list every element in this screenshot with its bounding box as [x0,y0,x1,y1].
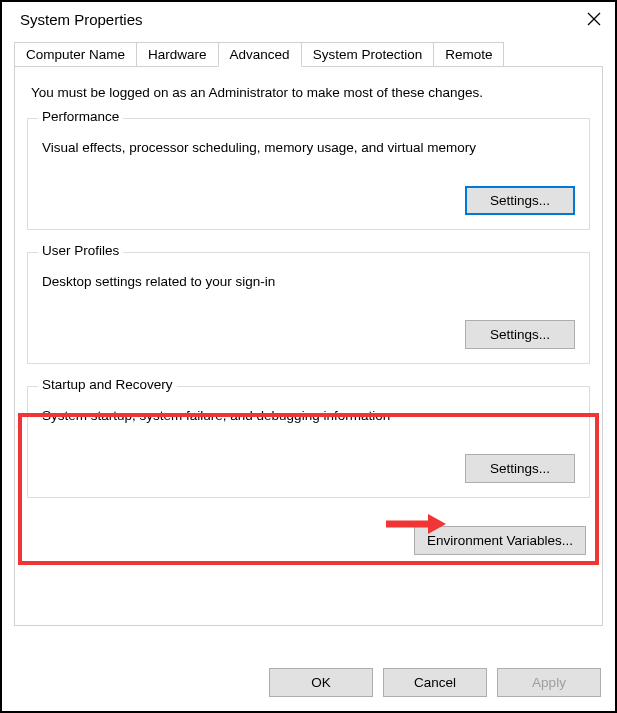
tab-system-protection[interactable]: System Protection [301,42,435,66]
group-performance-title: Performance [38,109,123,124]
titlebar: System Properties [2,2,615,42]
tab-content-advanced: You must be logged on as an Administrato… [14,66,603,626]
group-startup-recovery: Startup and Recovery System startup, sys… [27,386,590,498]
group-startup-recovery-title: Startup and Recovery [38,377,177,392]
close-button[interactable] [585,10,603,28]
apply-button[interactable]: Apply [497,668,601,697]
tab-hardware[interactable]: Hardware [136,42,219,66]
dialog-button-row: OK Cancel Apply [269,668,601,697]
performance-settings-button[interactable]: Settings... [465,186,575,215]
tab-remote[interactable]: Remote [433,42,504,66]
startup-recovery-settings-button[interactable]: Settings... [465,454,575,483]
cancel-button[interactable]: Cancel [383,668,487,697]
group-startup-recovery-desc: System startup, system failure, and debu… [42,407,575,426]
group-performance: Performance Visual effects, processor sc… [27,118,590,230]
group-user-profiles-desc: Desktop settings related to your sign-in [42,273,575,292]
group-user-profiles: User Profiles Desktop settings related t… [27,252,590,364]
tab-strip: Computer Name Hardware Advanced System P… [2,42,615,66]
tab-advanced[interactable]: Advanced [218,42,302,67]
tab-computer-name[interactable]: Computer Name [14,42,137,66]
user-profiles-settings-button[interactable]: Settings... [465,320,575,349]
ok-button[interactable]: OK [269,668,373,697]
intro-text: You must be logged on as an Administrato… [27,85,590,100]
group-performance-desc: Visual effects, processor scheduling, me… [42,139,575,158]
close-icon [587,12,601,26]
environment-variables-button[interactable]: Environment Variables... [414,526,586,555]
window-title: System Properties [20,11,143,28]
group-user-profiles-title: User Profiles [38,243,123,258]
